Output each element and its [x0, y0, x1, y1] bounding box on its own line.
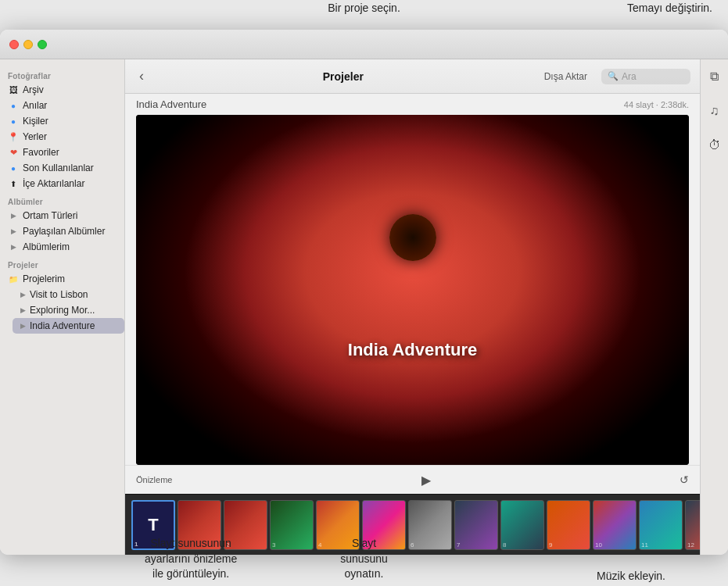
slideshow-preview: India Adventure: [136, 115, 689, 465]
sidebar: Fotoğraflar 🖼 Arşiv ● Anılar ● Kişiler 📍…: [0, 59, 125, 555]
folder-icon: 📁: [8, 273, 19, 284]
film-thumb-1[interactable]: T 1: [131, 500, 175, 550]
sidebar-label-kisiler: Kişiler: [23, 116, 117, 127]
chevron-right-icon: ▶: [8, 210, 19, 221]
my-albums-icon: ▶: [8, 241, 19, 252]
search-icon: 🔍: [608, 71, 619, 81]
theme-button[interactable]: ⧉: [704, 66, 726, 88]
sidebar-item-albumlerim[interactable]: ▶ Albümlerim: [0, 239, 124, 255]
archive-icon: 🖼: [8, 84, 19, 95]
controls-bar: Önizleme ▶ ↺: [125, 465, 700, 494]
film-thumb-5[interactable]: 5: [362, 500, 406, 550]
minimize-button[interactable]: [23, 40, 33, 49]
duration-button[interactable]: ⏱: [704, 134, 726, 156]
shared-albums-icon: ▶: [8, 226, 19, 237]
sidebar-label-favoriler: Favoriler: [23, 147, 117, 158]
photos-section-header: Fotoğraflar: [0, 66, 124, 82]
film-thumb-11[interactable]: 11: [639, 500, 683, 550]
main-panel: ‹ Projeler Dışa Aktar 🔍 India Adventure …: [125, 59, 700, 555]
search-input[interactable]: [622, 71, 684, 82]
favorites-icon: ❤: [8, 147, 19, 158]
sidebar-item-lisbon[interactable]: ▶ Visit to Lisbon: [13, 287, 124, 302]
theme-icon: ⧉: [710, 70, 719, 84]
sidebar-label-india: India Adventure: [30, 320, 95, 331]
project-header: India Adventure 44 slayt · 2:38dk.: [125, 94, 700, 115]
film-thumb-3[interactable]: 3: [270, 500, 314, 550]
music-icon: ♫: [710, 104, 719, 118]
annotation-bottom-right: Müzik ekleyin.: [597, 570, 665, 582]
preview-area: India Adventure Önizleme ▶ ↺ T 1: [125, 115, 700, 555]
film-thumb-12[interactable]: 12: [685, 500, 700, 550]
sidebar-item-india[interactable]: ▶ India Adventure: [13, 318, 124, 334]
slide-count: 44 slayt · 2:38dk.: [624, 100, 689, 109]
search-box: 🔍: [601, 69, 690, 84]
toolbar: ‹ Projeler Dışa Aktar 🔍: [125, 59, 700, 94]
preview-label: Önizleme: [136, 475, 172, 484]
slideshow-icon-exploring: ▶: [20, 306, 26, 314]
flower-center: [389, 214, 436, 261]
sidebar-label-ice: İçe Aktarılanlar: [23, 178, 117, 189]
sidebar-label-yerler: Yerler: [23, 131, 117, 142]
film-thumb-8[interactable]: 8: [500, 500, 544, 550]
sidebar-label-arsiv: Arşiv: [23, 84, 117, 95]
film-thumb-9[interactable]: 9: [547, 500, 590, 550]
film-thumb-4[interactable]: 4: [316, 500, 360, 550]
content-area: Fotoğraflar 🖼 Arşiv ● Anılar ● Kişiler 📍…: [0, 59, 728, 555]
memories-icon: ●: [8, 100, 19, 111]
flower-background: [136, 115, 689, 465]
albums-section-header: Albümler: [0, 191, 124, 208]
sidebar-item-ice[interactable]: ⬆ İçe Aktarılanlar: [0, 176, 124, 191]
sidebar-item-anilar[interactable]: ● Anılar: [0, 98, 124, 113]
sidebar-label-anilar: Anılar: [23, 100, 117, 111]
sidebar-item-exploring[interactable]: ▶ Exploring Mor...: [13, 302, 124, 318]
music-button[interactable]: ♫: [704, 100, 726, 122]
import-icon: ⬆: [8, 178, 19, 189]
film-thumb-6[interactable]: 6: [408, 500, 452, 550]
sidebar-item-paylasilan[interactable]: ▶ Paylaşılan Albümler: [0, 223, 124, 239]
annotation-top-center: Bir proje seçin.: [328, 2, 400, 14]
titlebar: [0, 30, 728, 59]
sidebar-item-son[interactable]: ● Son Kullanılanlar: [0, 160, 124, 176]
sidebar-item-ortam[interactable]: ▶ Ortam Türleri: [0, 208, 124, 223]
film-thumb-7[interactable]: 7: [454, 500, 498, 550]
projects-section-header: Projeler: [0, 255, 124, 271]
sidebar-label-son: Son Kullanılanlar: [23, 163, 117, 173]
loop-button[interactable]: ↺: [680, 473, 689, 486]
sidebar-label-exploring: Exploring Mor...: [30, 305, 95, 316]
maximize-button[interactable]: [38, 40, 47, 49]
sidebar-label-lisbon: Visit to Lisbon: [30, 289, 88, 300]
traffic-lights: [9, 40, 47, 49]
duration-icon: ⏱: [708, 138, 721, 152]
sidebar-item-yerler[interactable]: 📍 Yerler: [0, 129, 124, 145]
sidebar-item-kisiler[interactable]: ● Kişiler: [0, 113, 124, 129]
slideshow-title-overlay: India Adventure: [348, 340, 477, 360]
sidebar-item-favoriler[interactable]: ❤ Favoriler: [0, 145, 124, 160]
main-window: Fotoğraflar 🖼 Arşiv ● Anılar ● Kişiler 📍…: [0, 30, 728, 555]
play-button[interactable]: ▶: [417, 470, 436, 489]
close-button[interactable]: [9, 40, 19, 49]
slideshow-icon-india: ▶: [20, 322, 26, 330]
slideshow-icon-lisbon: ▶: [20, 291, 26, 298]
people-icon: ●: [8, 116, 19, 127]
project-title: India Adventure: [136, 98, 206, 110]
sidebar-item-arsiv[interactable]: 🖼 Arşiv: [0, 82, 124, 98]
annotation-top-right: Temayı değiştirin.: [627, 2, 712, 14]
right-panel: ⧉ ♫ ⏱: [700, 59, 728, 555]
film-thumb-title[interactable]: [178, 500, 221, 550]
places-icon: 📍: [8, 131, 19, 142]
export-button[interactable]: Dışa Aktar: [538, 68, 594, 85]
recent-icon: ●: [8, 163, 19, 173]
back-button[interactable]: ‹: [134, 66, 149, 86]
sidebar-item-projelerim[interactable]: 📁 Projelerim: [0, 271, 124, 287]
sidebar-label-ortam: Ortam Türleri: [23, 210, 117, 221]
toolbar-title: Projeler: [156, 70, 530, 83]
sidebar-label-paylasilan: Paylaşılan Albümler: [23, 226, 117, 237]
film-thumb-2[interactable]: 2: [224, 500, 267, 550]
sidebar-label-albumlerim: Albümlerim: [23, 241, 117, 252]
play-area: ▶: [172, 470, 680, 489]
projects-group: ▶ Visit to Lisbon ▶ Exploring Mor... ▶ I…: [0, 287, 124, 334]
filmstrip: T 1 2 3 4 5 6 7 8 9 10: [125, 494, 700, 555]
film-thumb-10[interactable]: 10: [593, 500, 637, 550]
sidebar-label-projelerim: Projelerim: [23, 273, 117, 284]
